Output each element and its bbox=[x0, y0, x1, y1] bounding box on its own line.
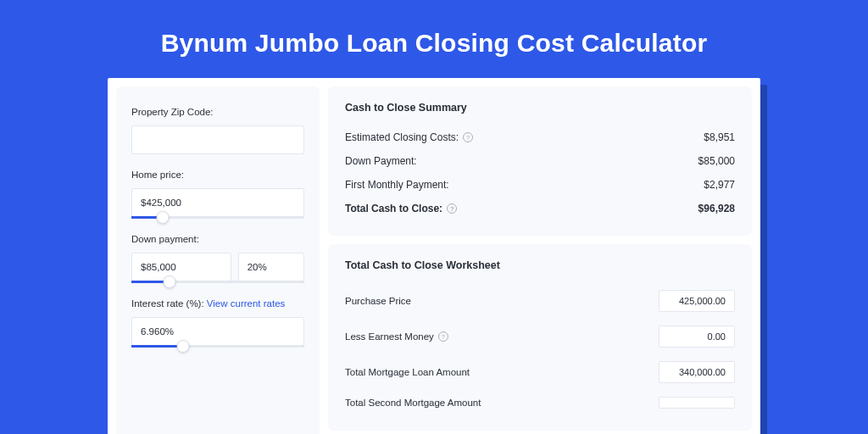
down-payment-field: Down payment: bbox=[131, 234, 304, 283]
summary-heading: Cash to Close Summary bbox=[345, 102, 735, 114]
summary-value: $96,928 bbox=[698, 203, 735, 214]
worksheet-value[interactable]: 340,000.00 bbox=[659, 361, 735, 383]
down-payment-pct-input[interactable] bbox=[238, 253, 304, 281]
interest-rate-label-text: Interest rate (%): bbox=[131, 298, 207, 309]
summary-value: $85,000 bbox=[698, 155, 735, 167]
worksheet-row-second-mortgage: Total Second Mortgage Amount bbox=[345, 390, 735, 415]
summary-row-closing-costs: Estimated Closing Costs: ? $8,951 bbox=[345, 125, 735, 149]
worksheet-value[interactable]: 0.00 bbox=[659, 326, 735, 348]
worksheet-card: Total Cash to Close Worksheet Purchase P… bbox=[328, 244, 752, 431]
down-payment-slider[interactable] bbox=[131, 281, 304, 283]
worksheet-label: Total Mortgage Loan Amount bbox=[345, 367, 470, 377]
interest-rate-slider-thumb[interactable] bbox=[177, 340, 190, 353]
view-rates-link[interactable]: View current rates bbox=[207, 298, 285, 309]
calculator-stage: Property Zip Code: Home price: Down paym… bbox=[108, 78, 760, 434]
summary-row-total: Total Cash to Close: ? $96,928 bbox=[345, 197, 735, 220]
help-icon[interactable]: ? bbox=[447, 203, 457, 214]
zip-field: Property Zip Code: bbox=[131, 107, 304, 154]
help-icon[interactable]: ? bbox=[438, 331, 448, 342]
worksheet-label: Purchase Price bbox=[345, 296, 411, 306]
worksheet-label: Total Second Mortgage Amount bbox=[345, 398, 481, 408]
summary-value: $2,977 bbox=[704, 179, 735, 191]
home-price-field: Home price: bbox=[131, 170, 304, 219]
summary-row-first-payment: First Monthly Payment: $2,977 bbox=[345, 173, 735, 197]
interest-rate-label: Interest rate (%): View current rates bbox=[131, 298, 304, 309]
help-icon[interactable]: ? bbox=[463, 132, 473, 142]
interest-rate-slider[interactable] bbox=[131, 345, 304, 348]
zip-input[interactable] bbox=[131, 125, 304, 154]
calculator-panel: Property Zip Code: Home price: Down paym… bbox=[108, 78, 760, 434]
worksheet-label: Less Earnest Money bbox=[345, 331, 434, 342]
interest-rate-field: Interest rate (%): View current rates bbox=[131, 298, 304, 348]
down-payment-slider-thumb[interactable] bbox=[163, 275, 175, 288]
worksheet-value[interactable]: 425,000.00 bbox=[659, 290, 735, 312]
worksheet-row-purchase-price: Purchase Price 425,000.00 bbox=[345, 283, 735, 319]
inputs-sidebar: Property Zip Code: Home price: Down paym… bbox=[116, 86, 320, 434]
worksheet-row-mortgage-amount: Total Mortgage Loan Amount 340,000.00 bbox=[345, 354, 735, 390]
home-price-label: Home price: bbox=[131, 170, 304, 180]
down-payment-label: Down payment: bbox=[131, 234, 304, 244]
page-title: Bynum Jumbo Loan Closing Cost Calculator bbox=[0, 0, 868, 58]
zip-label: Property Zip Code: bbox=[131, 107, 304, 117]
worksheet-heading: Total Cash to Close Worksheet bbox=[345, 259, 735, 271]
summary-row-down-payment: Down Payment: $85,000 bbox=[345, 149, 735, 173]
worksheet-row-earnest-money: Less Earnest Money ? 0.00 bbox=[345, 319, 735, 354]
down-payment-input[interactable] bbox=[131, 253, 231, 281]
summary-label: Down Payment: bbox=[345, 155, 417, 167]
home-price-slider[interactable] bbox=[131, 216, 304, 219]
interest-rate-input[interactable] bbox=[131, 317, 304, 346]
summary-label: Total Cash to Close: bbox=[345, 203, 442, 214]
home-price-slider-thumb[interactable] bbox=[156, 211, 169, 224]
summary-value: $8,951 bbox=[704, 131, 735, 143]
summary-card: Cash to Close Summary Estimated Closing … bbox=[328, 86, 752, 236]
summary-label: First Monthly Payment: bbox=[345, 179, 449, 191]
worksheet-value[interactable] bbox=[659, 397, 735, 409]
summary-label: Estimated Closing Costs: bbox=[345, 131, 459, 143]
results-main: Cash to Close Summary Estimated Closing … bbox=[328, 86, 752, 434]
interest-rate-slider-fill bbox=[131, 345, 183, 348]
